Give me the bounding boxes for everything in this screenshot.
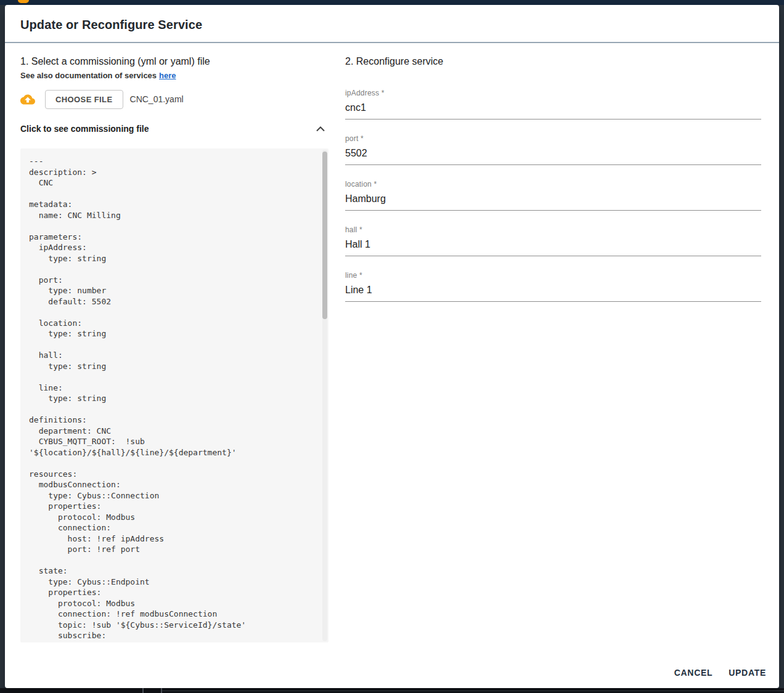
line-input[interactable] xyxy=(345,281,761,302)
update-button[interactable]: UPDATE xyxy=(724,663,771,683)
hall-input[interactable] xyxy=(345,235,761,256)
background-table-remnant xyxy=(0,688,784,693)
cloud-upload-icon xyxy=(20,94,35,105)
ipaddress-input[interactable] xyxy=(345,99,761,120)
dialog-header: Update or Reconfigure Service xyxy=(5,5,779,43)
reconfigure-column: 2. Reconfigure service ipAddress * port … xyxy=(345,55,761,657)
field-hall-label: hall * xyxy=(345,225,761,234)
table-column-divider xyxy=(142,688,144,693)
docs-line: See also documentation of serviceshere xyxy=(20,71,329,80)
field-ipaddress-label: ipAddress * xyxy=(345,89,761,97)
field-ipaddress: ipAddress * xyxy=(345,89,761,120)
port-input[interactable] xyxy=(345,144,761,165)
field-line: line * xyxy=(345,271,761,302)
right-section-title: 2. Reconfigure service xyxy=(345,55,761,68)
dialog-title: Update or Reconfigure Service xyxy=(20,18,764,32)
file-select-column: 1. Select a commissioning (yml or yaml) … xyxy=(20,55,329,657)
docs-text: See also documentation of services xyxy=(20,71,157,80)
table-row-divider xyxy=(162,691,784,691)
scrollbar-thumb[interactable] xyxy=(322,152,327,319)
field-location: location * xyxy=(345,180,761,211)
location-input[interactable] xyxy=(345,190,761,211)
left-section-title: 1. Select a commissioning (yml or yaml) … xyxy=(20,55,329,68)
update-service-dialog: Update or Reconfigure Service 1. Select … xyxy=(5,5,779,688)
field-line-label: line * xyxy=(345,271,761,280)
chevron-up-icon xyxy=(316,126,325,132)
docs-here-link[interactable]: here xyxy=(159,71,176,80)
cybus-logo-partial xyxy=(18,0,29,3)
code-scrollbar[interactable] xyxy=(322,150,327,641)
cancel-button[interactable]: CANCEL xyxy=(669,663,718,683)
commissioning-file-preview[interactable]: --- description: > CNC metadata: name: C… xyxy=(20,148,329,642)
field-hall: hall * xyxy=(345,225,761,256)
choose-file-button[interactable]: CHOOSE FILE xyxy=(45,90,123,109)
reconfigure-form: ipAddress * port * location * hall * xyxy=(345,89,761,302)
page-background: Update or Reconfigure Service 1. Select … xyxy=(0,0,784,693)
yaml-content: --- description: > CNC metadata: name: C… xyxy=(29,156,316,641)
file-row: CHOOSE FILE CNC_01.yaml xyxy=(20,90,329,108)
field-port: port * xyxy=(345,134,761,165)
dialog-actions: CANCEL UPDATE xyxy=(5,657,779,688)
commissioning-file-toggle[interactable]: Click to see commissioning file xyxy=(20,124,329,134)
toggle-label: Click to see commissioning file xyxy=(20,124,149,134)
field-location-label: location * xyxy=(345,180,761,188)
field-port-label: port * xyxy=(345,134,761,143)
selected-file-name: CNC_01.yaml xyxy=(130,94,184,104)
dialog-body: 1. Select a commissioning (yml or yaml) … xyxy=(5,43,779,657)
app-topbar xyxy=(0,0,784,5)
